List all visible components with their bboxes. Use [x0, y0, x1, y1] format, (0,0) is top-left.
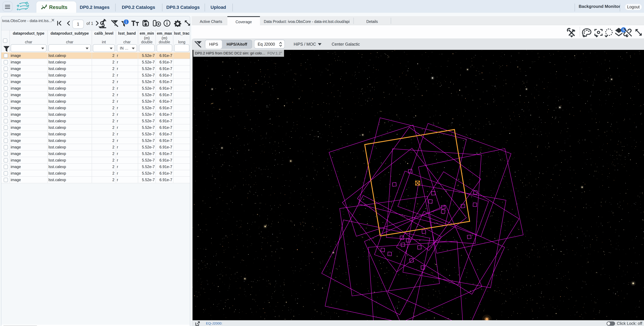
svg-text:1: 1 [125, 20, 127, 24]
